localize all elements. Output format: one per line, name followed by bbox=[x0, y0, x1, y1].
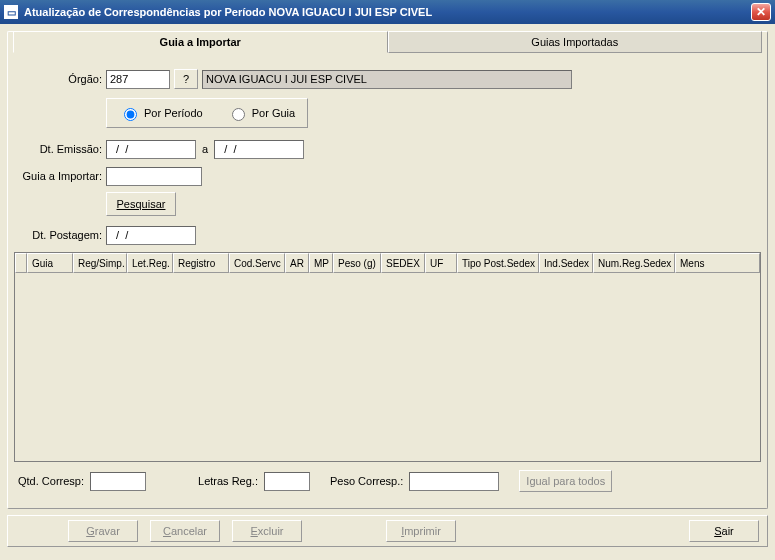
radio-periodo-input[interactable] bbox=[124, 108, 137, 121]
close-icon: ✕ bbox=[756, 5, 766, 19]
tab-guias-importadas[interactable]: Guias Importadas bbox=[388, 31, 763, 53]
dt-emissao-from-input[interactable] bbox=[106, 140, 196, 159]
orgao-input[interactable] bbox=[106, 70, 170, 89]
guia-importar-input[interactable] bbox=[106, 167, 202, 186]
button-label: Pesquisar bbox=[117, 198, 166, 210]
peso-corresp-label: Peso Corresp.: bbox=[330, 475, 403, 487]
col-registro[interactable]: Registro bbox=[173, 253, 229, 273]
search-mode-group: Por Período Por Guia bbox=[106, 98, 308, 128]
col-sedex[interactable]: SEDEX bbox=[381, 253, 425, 273]
sair-button[interactable]: Sair bbox=[689, 520, 759, 542]
app-icon: ▭ bbox=[4, 5, 18, 19]
guia-importar-label: Guia a Importar: bbox=[14, 170, 106, 182]
radio-por-periodo[interactable]: Por Período bbox=[119, 105, 203, 121]
row-radio: Por Período Por Guia bbox=[14, 98, 761, 128]
row-guia-importar: Guia a Importar: bbox=[14, 165, 761, 187]
btn-rest: ravar bbox=[95, 525, 120, 537]
col-reg-simp[interactable]: Reg/Simp. bbox=[73, 253, 127, 273]
col-cod-servc[interactable]: Cod.Servc bbox=[229, 253, 285, 273]
main-panel: Guia a Importar Guias Importadas Órgão: … bbox=[7, 31, 768, 509]
tab-row: Guia a Importar Guias Importadas bbox=[13, 31, 762, 53]
letras-reg-label: Letras Reg.: bbox=[198, 475, 258, 487]
grid-header-row: Guia Reg/Simp. Let.Reg. Registro Cod.Ser… bbox=[15, 253, 760, 273]
peso-corresp-input[interactable] bbox=[409, 472, 499, 491]
row-orgao: Órgão: ? bbox=[14, 68, 761, 90]
row-dt-postagem: Dt. Postagem: bbox=[14, 224, 761, 246]
tab-label: Guias Importadas bbox=[531, 36, 618, 48]
col-peso[interactable]: Peso (g) bbox=[333, 253, 381, 273]
letras-reg-input[interactable] bbox=[264, 472, 310, 491]
col-num-reg-sedex[interactable]: Num.Reg.Sedex bbox=[593, 253, 675, 273]
row-dt-emissao: Dt. Emissão: a bbox=[14, 138, 761, 160]
excluir-button: Excluir bbox=[232, 520, 302, 542]
radio-label-text: Por Guia bbox=[252, 107, 295, 119]
col-uf[interactable]: UF bbox=[425, 253, 457, 273]
dt-postagem-input[interactable] bbox=[106, 226, 196, 245]
close-button[interactable]: ✕ bbox=[751, 3, 771, 21]
dt-emissao-to-input[interactable] bbox=[214, 140, 304, 159]
action-bar: Gravar Cancelar Excluir Imprimir Sair bbox=[7, 515, 768, 547]
pesquisar-button[interactable]: Pesquisar bbox=[106, 192, 176, 216]
btn-rest: mprimir bbox=[404, 525, 441, 537]
radio-por-guia[interactable]: Por Guia bbox=[227, 105, 295, 121]
gravar-button: Gravar bbox=[68, 520, 138, 542]
radio-guia-input[interactable] bbox=[232, 108, 245, 121]
window-title: Atualização de Correspondências por Perí… bbox=[24, 6, 751, 18]
btn-rest: ancelar bbox=[171, 525, 207, 537]
date-separator: a bbox=[202, 143, 208, 155]
titlebar: ▭ Atualização de Correspondências por Pe… bbox=[0, 0, 775, 24]
grid-row-selector[interactable] bbox=[15, 253, 27, 273]
igual-para-todos-button: Igual para todos bbox=[519, 470, 612, 492]
cancelar-button: Cancelar bbox=[150, 520, 220, 542]
radio-label-text: Por Período bbox=[144, 107, 203, 119]
col-mens[interactable]: Mens bbox=[675, 253, 760, 273]
btn-rest: air bbox=[722, 525, 734, 537]
col-ar[interactable]: AR bbox=[285, 253, 309, 273]
window-body: Guia a Importar Guias Importadas Órgão: … bbox=[0, 24, 775, 560]
tab-guia-importar[interactable]: Guia a Importar bbox=[13, 31, 388, 53]
dt-postagem-label: Dt. Postagem: bbox=[14, 229, 106, 241]
tab-content: Órgão: ? Por Período Por Guia bbox=[14, 60, 761, 492]
button-label: Igual para todos bbox=[526, 475, 605, 487]
orgao-help-button[interactable]: ? bbox=[174, 69, 198, 89]
col-mp[interactable]: MP bbox=[309, 253, 333, 273]
orgao-desc-field bbox=[202, 70, 572, 89]
col-tipo-post-sedex[interactable]: Tipo Post.Sedex bbox=[457, 253, 539, 273]
col-guia[interactable]: Guia bbox=[27, 253, 73, 273]
qtd-corresp-input[interactable] bbox=[90, 472, 146, 491]
dt-emissao-label: Dt. Emissão: bbox=[14, 143, 106, 155]
col-ind-sedex[interactable]: Ind.Sedex bbox=[539, 253, 593, 273]
btn-rest: xcluir bbox=[258, 525, 284, 537]
col-let-reg[interactable]: Let.Reg. bbox=[127, 253, 173, 273]
qtd-corresp-label: Qtd. Corresp: bbox=[18, 475, 84, 487]
row-pesquisar: Pesquisar bbox=[14, 192, 761, 216]
summary-row: Qtd. Corresp: Letras Reg.: Peso Corresp.… bbox=[14, 470, 761, 492]
imprimir-button: Imprimir bbox=[386, 520, 456, 542]
orgao-label: Órgão: bbox=[14, 73, 106, 85]
data-grid[interactable]: Guia Reg/Simp. Let.Reg. Registro Cod.Ser… bbox=[14, 252, 761, 462]
tab-label: Guia a Importar bbox=[160, 36, 241, 48]
